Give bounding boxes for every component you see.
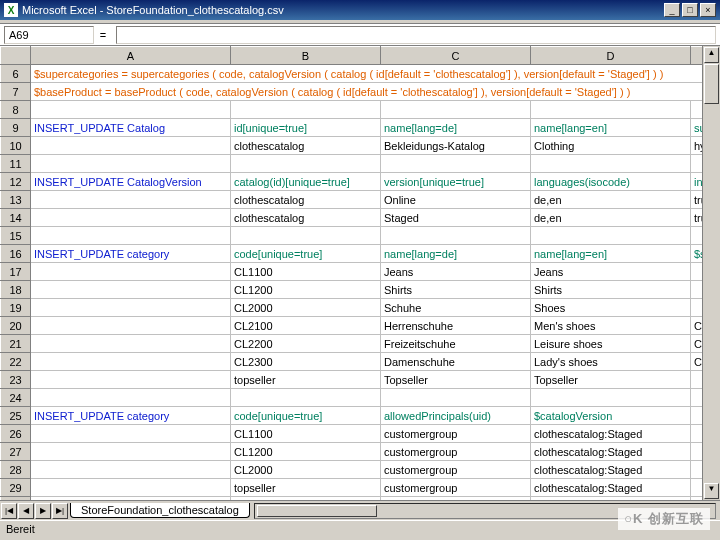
row-header[interactable]: 18 <box>1 281 31 299</box>
select-all-corner[interactable] <box>1 47 31 65</box>
cell[interactable]: code[unique=true] <box>231 245 381 263</box>
row-header[interactable]: 21 <box>1 335 31 353</box>
cell[interactable]: Online <box>381 191 531 209</box>
row-header[interactable]: 12 <box>1 173 31 191</box>
cell[interactable]: INSERT_UPDATE Catalog <box>31 119 231 137</box>
cell[interactable]: INSERT_UPDATE CatalogVersion <box>31 173 231 191</box>
cell[interactable]: $baseProduct = baseProduct ( code, catal… <box>31 83 703 101</box>
row-header[interactable]: 28 <box>1 461 31 479</box>
row-header[interactable]: 15 <box>1 227 31 245</box>
cell[interactable]: Damenschuhe <box>381 353 531 371</box>
formula-input[interactable] <box>116 26 716 44</box>
cell[interactable]: de,en <box>531 191 691 209</box>
cell[interactable] <box>691 443 703 461</box>
cell[interactable] <box>691 281 703 299</box>
cell[interactable]: catalog(id)[unique=true] <box>231 173 381 191</box>
minimize-button[interactable]: _ <box>664 3 680 17</box>
cell[interactable] <box>231 389 381 407</box>
cell[interactable]: $supercategories <box>691 245 703 263</box>
cell[interactable]: INSERT_UPDATE category <box>31 407 231 425</box>
sheet-nav-button[interactable]: |◀ <box>1 503 17 519</box>
row-header[interactable]: 10 <box>1 137 31 155</box>
cell[interactable]: languages(isocode) <box>531 173 691 191</box>
cell[interactable] <box>31 281 231 299</box>
cell[interactable] <box>31 353 231 371</box>
col-header-C[interactable]: C <box>381 47 531 65</box>
cell[interactable]: Staged <box>381 209 531 227</box>
cell[interactable]: Shirts <box>381 281 531 299</box>
cell[interactable] <box>231 101 381 119</box>
cell[interactable]: Jeans <box>531 263 691 281</box>
cell[interactable]: clothescatalog <box>231 209 381 227</box>
cell[interactable]: Lady's shoes <box>531 353 691 371</box>
hscroll-thumb[interactable] <box>257 505 377 517</box>
cell[interactable]: name[lang=en] <box>531 245 691 263</box>
cell[interactable]: CL1100 <box>231 425 381 443</box>
row-header[interactable]: 20 <box>1 317 31 335</box>
cell[interactable]: CL2000 <box>231 461 381 479</box>
cell[interactable]: Freizeitschuhe <box>381 335 531 353</box>
cell[interactable]: Bekleidungs-Katalog <box>381 137 531 155</box>
cell[interactable] <box>691 389 703 407</box>
sheet-nav-button[interactable]: ▶ <box>35 503 51 519</box>
cell[interactable]: de,en <box>531 209 691 227</box>
cell[interactable]: code[unique=true] <box>231 407 381 425</box>
cell[interactable] <box>231 227 381 245</box>
scroll-up-icon[interactable]: ▲ <box>704 47 719 63</box>
cell[interactable] <box>31 101 231 119</box>
cell[interactable]: inclAssurance <box>691 173 703 191</box>
cell[interactable]: customergroup <box>381 425 531 443</box>
row-header[interactable]: 14 <box>1 209 31 227</box>
cell[interactable] <box>31 137 231 155</box>
cell[interactable]: customergroup <box>381 461 531 479</box>
scroll-down-icon[interactable]: ▼ <box>704 483 719 499</box>
cell[interactable] <box>31 425 231 443</box>
cell[interactable]: clothescatalog:Staged <box>531 461 691 479</box>
cell[interactable]: supplier(uid) <box>691 119 703 137</box>
cell[interactable] <box>31 155 231 173</box>
cell[interactable] <box>31 389 231 407</box>
cell[interactable]: clothescatalog:Staged <box>531 443 691 461</box>
cell[interactable]: customergroup <box>381 443 531 461</box>
cell[interactable] <box>31 371 231 389</box>
cell[interactable] <box>691 101 703 119</box>
cell[interactable] <box>381 101 531 119</box>
cell[interactable]: clothescatalog <box>231 137 381 155</box>
cell[interactable] <box>691 425 703 443</box>
cell[interactable]: Men's shoes <box>531 317 691 335</box>
cell[interactable] <box>31 299 231 317</box>
row-header[interactable]: 24 <box>1 389 31 407</box>
cell[interactable]: name[lang=de] <box>381 119 531 137</box>
cell[interactable]: CL2000 <box>691 353 703 371</box>
cell[interactable] <box>31 335 231 353</box>
cell[interactable] <box>31 209 231 227</box>
cell[interactable] <box>691 461 703 479</box>
cell[interactable] <box>531 155 691 173</box>
cell[interactable]: Leisure shoes <box>531 335 691 353</box>
cell[interactable] <box>31 191 231 209</box>
cell[interactable]: CL2300 <box>231 353 381 371</box>
col-header-E[interactable]: E <box>691 47 703 65</box>
titlebar[interactable]: X Microsoft Excel - StoreFoundation_clot… <box>0 0 720 20</box>
cell[interactable] <box>381 155 531 173</box>
cell[interactable]: Jeans <box>381 263 531 281</box>
cell[interactable]: name[lang=de] <box>381 245 531 263</box>
cell[interactable] <box>691 155 703 173</box>
cell[interactable]: Shirts <box>531 281 691 299</box>
row-header[interactable]: 25 <box>1 407 31 425</box>
cell[interactable]: CL2000 <box>691 335 703 353</box>
cell[interactable]: CL2000 <box>231 299 381 317</box>
cell[interactable]: true <box>691 191 703 209</box>
cell[interactable] <box>531 227 691 245</box>
cell[interactable] <box>381 227 531 245</box>
spreadsheet-grid[interactable]: ABCDE 6$supercategories = supercategorie… <box>0 46 702 500</box>
cell[interactable] <box>691 371 703 389</box>
cell[interactable]: clothescatalog:Staged <box>531 479 691 497</box>
fx-equals[interactable]: = <box>94 29 112 41</box>
scroll-thumb[interactable] <box>704 64 719 104</box>
cell[interactable]: Topseller <box>531 371 691 389</box>
cell[interactable] <box>31 461 231 479</box>
cell[interactable]: Topseller <box>381 371 531 389</box>
cell[interactable]: allowedPrincipals(uid) <box>381 407 531 425</box>
row-header[interactable]: 7 <box>1 83 31 101</box>
